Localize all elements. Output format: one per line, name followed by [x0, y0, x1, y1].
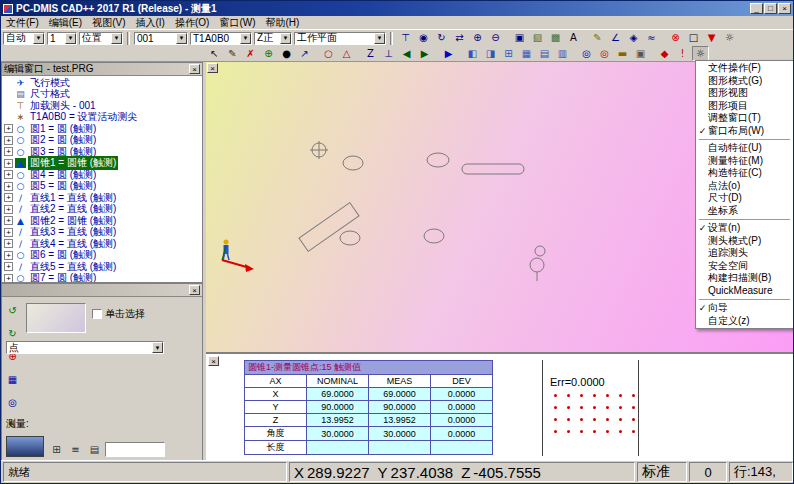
close-icon[interactable]: × — [189, 285, 200, 295]
zoom-out-icon[interactable]: ⊖ — [487, 31, 504, 46]
context-menu-item[interactable]: 构建扫描测(B) — [697, 272, 792, 285]
path-lines-icon[interactable]: ≈ — [643, 31, 660, 46]
probe-hit-icon[interactable]: ⊕ — [260, 46, 277, 61]
feature-type-combo[interactable]: 点 — [6, 341, 164, 354]
window-layout-2-icon[interactable]: ◨ — [482, 46, 499, 61]
text-label-icon[interactable]: A — [565, 31, 582, 46]
probe-file-combo[interactable]: 001 — [134, 32, 188, 45]
menu-item[interactable]: 编辑(E) — [44, 16, 87, 30]
context-menu-item[interactable]: 设置(n) — [697, 222, 792, 235]
close-icon[interactable]: × — [208, 356, 219, 366]
tree-item[interactable]: ○ 圆7 = 圆 (触测) — [2, 273, 202, 283]
assistant-input-field[interactable] — [105, 442, 165, 457]
solid-cube-icon[interactable]: ▣ — [632, 46, 649, 61]
edit-window-titlebar[interactable]: 编辑窗口 - test.PRG × — [2, 63, 202, 76]
target-icon[interactable]: ◎ — [4, 395, 21, 410]
context-menu-item[interactable]: 测头模式(P) — [697, 235, 792, 248]
small-grid-icon[interactable]: ⊞ — [48, 442, 65, 457]
workplane-z-icon[interactable]: Z — [362, 46, 379, 61]
expand-icon[interactable] — [4, 147, 13, 156]
select-cursor-icon[interactable]: ↖ — [206, 46, 223, 61]
context-menu-item[interactable]: 追踪测头 — [697, 247, 792, 260]
window-layout-4-icon[interactable]: ▦ — [518, 46, 535, 61]
collision-check-icon[interactable]: ⊗ — [667, 31, 684, 46]
full-screen-icon[interactable]: □ — [685, 31, 702, 46]
expand-icon[interactable] — [4, 124, 13, 133]
hit-count-field[interactable]: 1 — [47, 32, 77, 45]
list-view-icon[interactable]: ≡ — [67, 442, 84, 457]
context-menu-item[interactable] — [697, 297, 792, 302]
circle-tool-icon[interactable]: ○ — [320, 46, 337, 61]
panel-view-icon[interactable]: ▤ — [86, 442, 103, 457]
execute-program-icon[interactable]: ▶ — [440, 46, 457, 61]
context-menu-item[interactable]: 文件操作(F) — [697, 62, 792, 75]
context-menu-item[interactable]: 窗口布局(W) — [697, 125, 792, 138]
angle-dimension-icon[interactable]: ∠ — [607, 31, 624, 46]
alert-flag-icon[interactable]: ▼ — [703, 31, 720, 46]
stop-alert-icon[interactable]: ! — [674, 46, 691, 61]
probe-mode-icon[interactable]: ◎ — [578, 46, 595, 61]
chevron-down-icon[interactable] — [240, 33, 251, 44]
context-menu-item[interactable]: 坐标系 — [697, 205, 792, 218]
expand-icon[interactable] — [4, 251, 13, 260]
edit-pen-icon[interactable]: ✎ — [224, 46, 241, 61]
pan-view-icon[interactable]: ⇄ — [451, 31, 468, 46]
expand-icon[interactable] — [4, 216, 13, 225]
report-window[interactable]: × 圆锥1-测量圆锥点:15 触测值 AXNOMINALMEASDEV X 69… — [206, 352, 794, 462]
workplane-combo[interactable]: Z正 — [254, 32, 292, 45]
expand-icon[interactable] — [4, 262, 13, 271]
context-menu-item[interactable]: 自动特征(U) — [697, 142, 792, 155]
chevron-down-icon[interactable] — [176, 33, 187, 44]
spinner-icon[interactable] — [65, 33, 76, 44]
refresh-view-icon[interactable]: ↻ — [4, 326, 21, 341]
perpendicular-icon[interactable]: ⊥ — [380, 46, 397, 61]
maximize-button[interactable]: □ — [764, 3, 777, 14]
chevron-down-icon[interactable] — [374, 33, 385, 44]
point-feature-icon[interactable]: ● — [278, 46, 295, 61]
expand-icon[interactable] — [4, 193, 13, 202]
context-menu-item[interactable]: 自定义(z) — [697, 315, 792, 328]
probe-utilities-icon[interactable]: ⊤ — [397, 31, 414, 46]
menu-item[interactable]: 视图(V) — [87, 16, 130, 30]
window-layout-1-icon[interactable]: ◧ — [464, 46, 481, 61]
expand-icon[interactable] — [4, 159, 13, 168]
context-menu-item[interactable]: 向导 — [697, 302, 792, 315]
delete-feature-icon[interactable]: ✗ — [242, 46, 259, 61]
expand-icon[interactable] — [4, 182, 13, 191]
grid-icon[interactable]: ▦ — [4, 372, 21, 387]
context-menu-item[interactable]: 点法(o) — [697, 180, 792, 193]
checkbox-icon[interactable] — [92, 309, 102, 319]
gage-icon[interactable]: ◉ — [415, 31, 432, 46]
expand-icon[interactable] — [4, 274, 13, 282]
expand-icon[interactable] — [4, 239, 13, 248]
scale-to-fit-icon[interactable]: ▣ — [511, 31, 528, 46]
close-icon[interactable]: × — [207, 63, 218, 73]
menu-item[interactable]: 操作(O) — [170, 16, 214, 30]
context-menu-item[interactable]: 调整窗口(T) — [697, 112, 792, 125]
assistant-titlebar[interactable]: × — [2, 284, 202, 297]
cone-tool-icon[interactable]: △ — [338, 46, 355, 61]
context-menu-item[interactable]: 图形视图 — [697, 87, 792, 100]
dimension-combo[interactable]: 位置 — [79, 32, 123, 45]
chevron-down-icon[interactable] — [280, 33, 291, 44]
context-menu-item[interactable]: 图形模式(G) — [697, 75, 792, 88]
wireframe-view-icon[interactable]: ▧ — [529, 31, 546, 46]
context-menu-item[interactable]: 图形项目 — [697, 100, 792, 113]
measurement-strategy-icon[interactable]: ◈ — [625, 31, 642, 46]
menu-item[interactable]: 插入(I) — [130, 16, 169, 30]
menu-item[interactable]: 帮助(H) — [260, 16, 304, 30]
close-button[interactable]: × — [778, 3, 791, 14]
graphic-window-icon[interactable]: ▤ — [536, 46, 553, 61]
close-icon[interactable]: × — [189, 64, 200, 74]
context-menu-item[interactable]: 测量特征(M) — [697, 155, 792, 168]
click-select-option[interactable]: 单击选择 — [92, 307, 145, 321]
chevron-down-icon[interactable] — [152, 342, 163, 353]
alignment-combo[interactable]: 工作平面 — [294, 32, 386, 45]
expand-icon[interactable] — [4, 170, 13, 179]
gage-red-icon[interactable]: ◆ — [656, 46, 673, 61]
edit-annotation-icon[interactable]: ✎ — [589, 31, 606, 46]
options-icon[interactable]: ☼ — [721, 31, 738, 46]
rotate-view-icon[interactable]: ↻ — [433, 31, 450, 46]
chevron-down-icon[interactable] — [111, 33, 122, 44]
vector-icon[interactable]: ↗ — [296, 46, 313, 61]
